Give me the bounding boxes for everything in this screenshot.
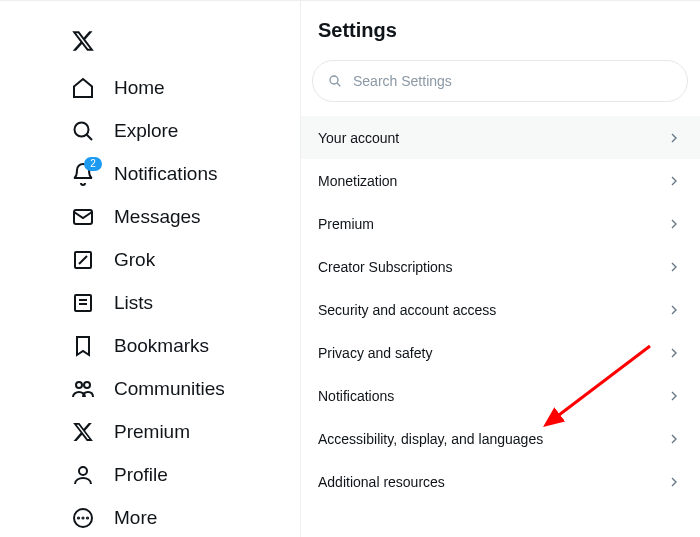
nav-label: Messages — [114, 206, 201, 228]
svg-point-9 — [84, 382, 90, 388]
settings-item-label: Additional resources — [318, 474, 445, 490]
nav-label: More — [114, 507, 157, 529]
sidebar: Home Explore 2 Notifications Messages — [0, 1, 300, 537]
svg-line-1 — [87, 134, 92, 139]
chevron-right-icon — [666, 173, 682, 189]
nav-bookmarks[interactable]: Bookmarks — [70, 324, 300, 367]
settings-list: Your accountMonetizationPremiumCreator S… — [300, 116, 700, 503]
nav-label: Grok — [114, 249, 155, 271]
nav-profile[interactable]: Profile — [70, 453, 300, 496]
page-title: Settings — [318, 19, 700, 42]
settings-item-label: Monetization — [318, 173, 397, 189]
settings-item-monetization[interactable]: Monetization — [300, 159, 700, 202]
profile-icon — [70, 462, 96, 488]
nav-label: Lists — [114, 292, 153, 314]
nav-label: Explore — [114, 120, 178, 142]
lists-icon — [70, 290, 96, 316]
grok-icon — [70, 247, 96, 273]
nav-notifications[interactable]: 2 Notifications — [70, 152, 300, 195]
chevron-right-icon — [666, 302, 682, 318]
settings-item-privacy-and-safety[interactable]: Privacy and safety — [300, 331, 700, 374]
nav-lists[interactable]: Lists — [70, 281, 300, 324]
settings-item-security-and-account-access[interactable]: Security and account access — [300, 288, 700, 331]
nav-home[interactable]: Home — [70, 66, 300, 109]
settings-item-creator-subscriptions[interactable]: Creator Subscriptions — [300, 245, 700, 288]
nav-label: Profile — [114, 464, 168, 486]
logo[interactable] — [70, 19, 300, 62]
chevron-right-icon — [666, 388, 682, 404]
svg-line-4 — [79, 256, 87, 264]
svg-point-8 — [76, 382, 82, 388]
settings-item-additional-resources[interactable]: Additional resources — [300, 460, 700, 503]
svg-point-13 — [82, 517, 83, 518]
svg-line-16 — [337, 83, 340, 86]
chevron-right-icon — [666, 130, 682, 146]
settings-item-your-account[interactable]: Your account — [300, 116, 700, 159]
vertical-divider — [300, 1, 301, 537]
settings-item-premium[interactable]: Premium — [300, 202, 700, 245]
settings-panel: Settings Your accountMonetizationPremium… — [300, 1, 700, 537]
svg-point-15 — [330, 76, 338, 84]
nav-communities[interactable]: Communities — [70, 367, 300, 410]
settings-item-label: Premium — [318, 216, 374, 232]
search-icon — [327, 73, 343, 89]
nav-more[interactable]: More — [70, 496, 300, 537]
x-logo-icon — [70, 419, 96, 445]
search-input[interactable] — [351, 72, 673, 90]
settings-item-label: Security and account access — [318, 302, 496, 318]
envelope-icon — [70, 204, 96, 230]
svg-point-12 — [78, 517, 79, 518]
settings-item-label: Creator Subscriptions — [318, 259, 453, 275]
chevron-right-icon — [666, 216, 682, 232]
settings-item-label: Notifications — [318, 388, 394, 404]
chevron-right-icon — [666, 431, 682, 447]
nav-label: Home — [114, 77, 165, 99]
chevron-right-icon — [666, 259, 682, 275]
search-settings[interactable] — [312, 60, 688, 102]
bell-icon: 2 — [70, 161, 96, 187]
nav-label: Notifications — [114, 163, 218, 185]
home-icon — [70, 75, 96, 101]
chevron-right-icon — [666, 345, 682, 361]
svg-point-0 — [75, 122, 89, 136]
nav-premium[interactable]: Premium — [70, 410, 300, 453]
svg-point-14 — [87, 517, 88, 518]
communities-icon — [70, 376, 96, 402]
settings-item-label: Your account — [318, 130, 399, 146]
nav-explore[interactable]: Explore — [70, 109, 300, 152]
x-logo-icon — [70, 28, 96, 54]
chevron-right-icon — [666, 474, 682, 490]
nav-grok[interactable]: Grok — [70, 238, 300, 281]
svg-point-10 — [79, 467, 87, 475]
nav-label: Communities — [114, 378, 225, 400]
bookmark-icon — [70, 333, 96, 359]
nav-messages[interactable]: Messages — [70, 195, 300, 238]
settings-item-notifications[interactable]: Notifications — [300, 374, 700, 417]
more-icon — [70, 505, 96, 531]
settings-item-label: Accessibility, display, and languages — [318, 431, 543, 447]
notification-badge: 2 — [84, 157, 102, 171]
search-icon — [70, 118, 96, 144]
nav-label: Bookmarks — [114, 335, 209, 357]
settings-item-accessibility-display-and-languages[interactable]: Accessibility, display, and languages — [300, 417, 700, 460]
settings-item-label: Privacy and safety — [318, 345, 432, 361]
app-root: Home Explore 2 Notifications Messages — [0, 0, 700, 537]
nav-label: Premium — [114, 421, 190, 443]
